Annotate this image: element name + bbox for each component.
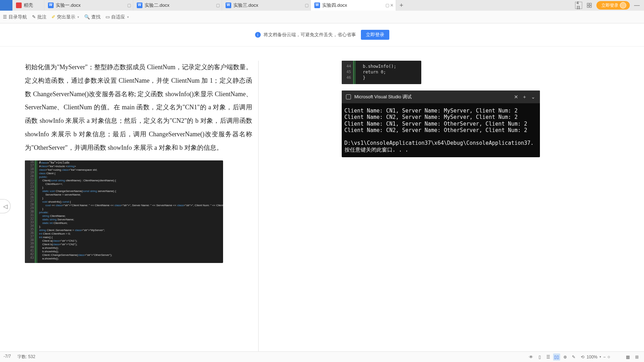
word-icon: [48, 2, 54, 8]
login-now-button[interactable]: 立即登录: [361, 30, 389, 40]
status-icon-1[interactable]: ▦: [624, 353, 631, 361]
terminal-close-icon[interactable]: ✕: [514, 94, 519, 100]
highlight-icon: ✐: [52, 14, 55, 20]
word-icon: [314, 2, 320, 8]
code-screenshot-left: 1617181920212223242526272829303132333435…: [25, 160, 223, 263]
status-bar: -7/7 字数: 532 👁 ▯ ☰ ▯▯ ⊕ ✎ ⟲ 100% ▾ − ▦ ⊞: [0, 351, 644, 362]
outline-view-icon[interactable]: ☰: [545, 353, 552, 361]
tab-bar: 稻壳 实验一.docx ▢ 实验二.docx ▢ 实验三.docx ▢ 实验四.…: [0, 0, 644, 11]
tab-close-icon[interactable]: ✕: [390, 4, 394, 7]
comment-icon: ✎: [32, 14, 36, 20]
zoom-caret-icon[interactable]: ▾: [600, 355, 601, 358]
tab-restore-icon[interactable]: ▢: [305, 4, 308, 7]
page-count-icon[interactable]: 4目: [575, 2, 582, 9]
comment-button[interactable]: ✎ 批注: [32, 14, 47, 20]
search-button[interactable]: 🔍 查找: [84, 14, 101, 20]
terminal-screenshot: Microsoft Visual Studio 调试 ✕ + ⌄ Client …: [342, 90, 540, 157]
terminal-title: Microsoft Visual Studio 调试: [355, 94, 510, 100]
tab-doc-4[interactable]: 实验四.docx ▢ ✕: [311, 0, 396, 11]
status-icon-2[interactable]: ⊞: [633, 353, 640, 361]
tab-label: 稻壳: [24, 2, 40, 9]
document-body-text: 初始化值为"MyServer"；整型静态数据成员 ClientNum，记录定义的…: [25, 61, 252, 155]
word-icon: [137, 2, 142, 8]
tab-daoke[interactable]: 稻壳: [12, 0, 44, 11]
page-indicator[interactable]: -7/7: [4, 354, 11, 360]
svg-rect-2: [587, 6, 589, 7]
page-divider: [258, 61, 259, 355]
tab-label: 实验一.docx: [56, 2, 129, 9]
login-label: 立即登录: [601, 2, 618, 9]
nav-label: 目录导航: [9, 14, 27, 20]
highlight-button[interactable]: ✐ 突出显示: [52, 14, 79, 20]
tab-restore-icon[interactable]: ▢: [216, 4, 220, 7]
terminal-dropdown-icon[interactable]: ⌄: [531, 94, 536, 100]
toolbar: ☰ 目录导航 ✎ 批注 ✐ 突出显示 🔍 查找 ▭ 自适应: [0, 11, 644, 23]
document-content: ◁ 初始化值为"MyServer"；整型静态数据成员 ClientNum，记录定…: [0, 46, 644, 355]
left-page: 初始化值为"MyServer"；整型静态数据成员 ClientNum，记录定义的…: [0, 46, 328, 355]
nav-icon: ☰: [3, 14, 7, 20]
right-page: 444546 b.showInfo(); return 0; } Microso…: [328, 46, 644, 355]
web-view-icon[interactable]: ⊕: [562, 353, 569, 361]
zoom-out-button[interactable]: −: [603, 355, 606, 360]
snip-code-text: b.showInfo(); return 0; }: [363, 64, 396, 81]
grid-icon[interactable]: [586, 2, 593, 9]
tab-restore-icon[interactable]: ▢: [127, 4, 131, 7]
banner-text: 将文档备份云端，可避免文件丢失，省心省事: [264, 32, 356, 38]
fit-label: 自适应: [111, 14, 125, 20]
fit-button[interactable]: ▭ 自适应: [105, 14, 129, 20]
tab-doc-2[interactable]: 实验二.docx ▢: [133, 0, 222, 11]
zoom-value: 100%: [586, 355, 597, 360]
tab-doc-1[interactable]: 实验一.docx ▢: [44, 0, 133, 11]
cloud-backup-banner: i 将文档备份云端，可避免文件丢失，省心省事 立即登录: [0, 23, 644, 46]
tab-label: 实验二.docx: [145, 2, 218, 9]
info-icon: i: [255, 32, 261, 38]
zoom-icon: ⟲: [581, 355, 584, 360]
tab-doc-3[interactable]: 实验三.docx ▢: [222, 0, 311, 11]
avatar-icon: [620, 2, 626, 9]
tab-label: 实验四.docx: [322, 2, 392, 9]
word-icon: [226, 2, 231, 8]
fit-icon: ▭: [105, 14, 110, 20]
tab-restore-icon[interactable]: ▢: [385, 4, 389, 7]
single-page-icon[interactable]: ▯: [536, 353, 543, 361]
zoom-slider[interactable]: [608, 356, 610, 358]
highlight-label: 突出显示: [57, 14, 75, 20]
svg-rect-0: [587, 3, 589, 5]
comment-label: 批注: [37, 14, 47, 20]
tab-label: 实验三.docx: [233, 2, 307, 9]
terminal-app-icon: [346, 94, 351, 99]
edit-icon[interactable]: ✎: [570, 353, 577, 361]
eye-view-icon[interactable]: 👁: [527, 353, 535, 361]
tab-add-button[interactable]: +: [396, 2, 407, 9]
search-label: 查找: [91, 14, 101, 20]
terminal-header: Microsoft Visual Studio 调试 ✕ + ⌄: [342, 90, 540, 103]
two-page-icon[interactable]: ▯▯: [553, 353, 560, 361]
nav-button[interactable]: ☰ 目录导航: [3, 14, 27, 20]
zoom-control[interactable]: ⟲ 100% ▾ −: [581, 355, 610, 360]
daoke-icon: [16, 2, 22, 8]
login-button[interactable]: 立即登录: [596, 1, 630, 10]
code-screenshot-right-top: 444546 b.showInfo(); return 0; }: [342, 61, 421, 84]
search-icon: 🔍: [84, 14, 90, 20]
terminal-add-icon[interactable]: +: [522, 94, 527, 100]
minimize-icon[interactable]: —: [633, 2, 640, 9]
terminal-output: Client Name: CN1, Server Name: MyServer,…: [342, 103, 540, 157]
tab-app-icon: [0, 0, 12, 11]
svg-rect-3: [590, 6, 591, 7]
word-count[interactable]: 字数: 532: [17, 354, 36, 360]
svg-rect-1: [590, 3, 591, 5]
